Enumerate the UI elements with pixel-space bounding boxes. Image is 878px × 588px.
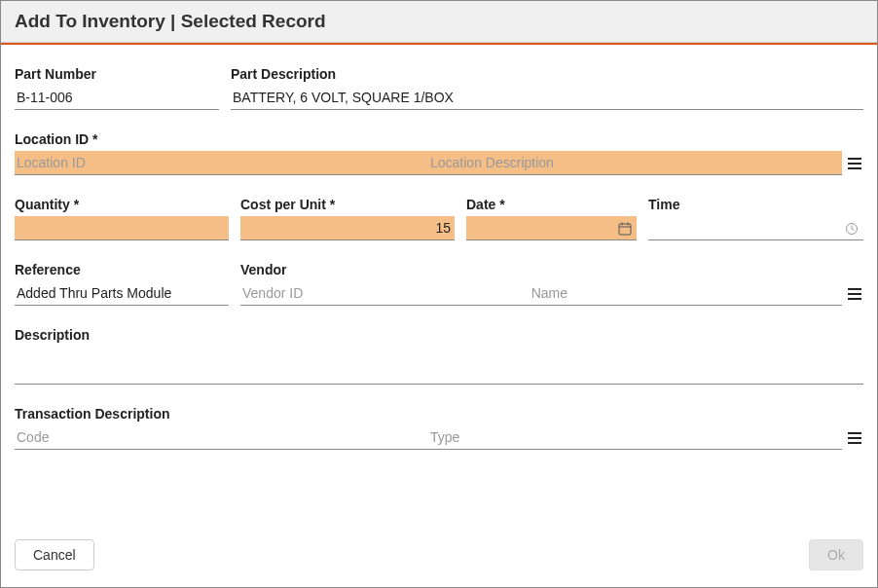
description-label: Description [15,327,863,343]
svg-rect-2 [848,167,861,169]
svg-rect-1 [848,163,861,165]
svg-rect-11 [848,293,861,295]
ok-button[interactable]: Ok [809,539,863,570]
date-input[interactable] [466,216,637,240]
time-input[interactable] [648,216,863,240]
form-body: Part Number Part Description Location ID… [1,45,877,539]
transaction-code-input[interactable] [15,425,428,450]
cost-per-unit-input[interactable] [240,216,455,240]
transaction-lookup-icon[interactable] [846,428,863,450]
cancel-button[interactable]: Cancel [15,539,94,570]
part-description-input[interactable] [231,86,863,110]
svg-rect-15 [848,442,861,444]
calendar-icon[interactable] [617,221,633,237]
vendor-label: Vendor [240,262,863,277]
quantity-input[interactable] [15,216,229,240]
time-label: Time [648,197,863,212]
location-id-label: Location ID * [15,131,863,147]
svg-rect-14 [848,437,861,439]
svg-line-9 [852,229,855,231]
vendor-lookup-icon[interactable] [846,284,863,306]
vendor-name-input[interactable] [530,281,842,306]
cost-per-unit-label: Cost per Unit * [240,197,455,212]
clock-icon[interactable] [844,221,860,237]
location-description-input[interactable] [428,151,842,175]
date-label: Date * [466,197,637,212]
svg-rect-13 [848,432,861,434]
location-lookup-icon[interactable] [846,154,863,175]
reference-input[interactable] [15,281,229,306]
part-description-label: Part Description [231,66,863,82]
location-id-input[interactable] [15,151,428,175]
dialog-title: Add To Inventory | Selected Record [1,1,877,43]
svg-rect-3 [619,224,631,235]
transaction-description-label: Transaction Description [15,406,863,422]
part-number-input[interactable] [15,86,219,110]
part-number-label: Part Number [15,66,219,82]
svg-rect-12 [848,298,861,300]
svg-rect-10 [848,288,861,290]
quantity-label: Quantity * [15,197,229,212]
reference-label: Reference [15,262,229,277]
transaction-type-input[interactable] [428,425,842,450]
vendor-id-input[interactable] [240,281,530,306]
description-input[interactable] [15,360,863,385]
svg-rect-0 [848,158,861,160]
dialog-footer: Cancel Ok [1,539,877,584]
